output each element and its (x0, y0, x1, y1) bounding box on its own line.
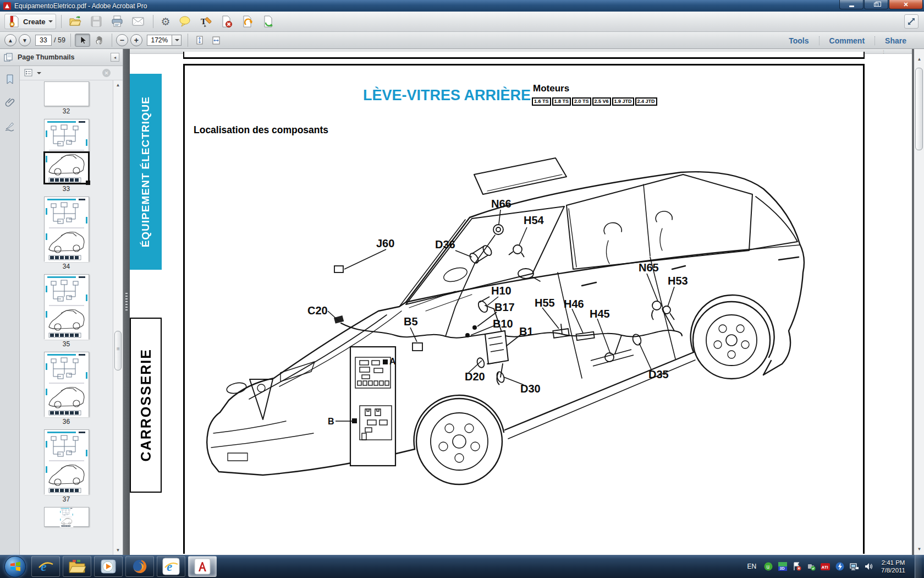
page-convert-icon (241, 15, 254, 28)
create-pdf-icon (8, 15, 21, 28)
save-icon (90, 15, 103, 28)
tools-link[interactable]: Tools (779, 36, 818, 45)
scrolling-page-icon (195, 35, 205, 45)
document-scrollbar[interactable]: ▲ ▼ (912, 49, 924, 555)
taskbar-firefox-button[interactable] (125, 556, 154, 577)
thumbnails-scrollbar[interactable]: ▲ ▼ (113, 80, 123, 555)
rail-attachments-button[interactable] (2, 94, 18, 111)
minimize-button[interactable] (839, 0, 864, 9)
scroll-down-icon[interactable]: ▼ (114, 547, 122, 554)
engine-badges: 1.6 TS 1.8 TS 2.0 TS 2.5 V6 1.9 JTD 2.4 … (532, 97, 657, 106)
taskbar-acrobat-button[interactable] (188, 556, 217, 577)
panel-links: Tools Comment Share (779, 32, 916, 49)
zoom-in-button[interactable]: + (130, 34, 142, 46)
preferences-button[interactable]: ⚙ (157, 14, 173, 29)
convert-page-button[interactable] (238, 14, 257, 29)
scroll-up-icon[interactable]: ▲ (916, 56, 923, 63)
thumbnail-page-33-selected[interactable] (44, 119, 89, 184)
create-button[interactable]: Create (4, 14, 56, 29)
inset-detail-box: A B (328, 347, 396, 466)
zoom-out-button[interactable]: − (116, 34, 128, 46)
page-export-icon (262, 15, 275, 28)
thumbnail-page-37[interactable] (44, 429, 89, 494)
scroll-up-icon[interactable]: ▲ (114, 81, 122, 89)
zoom-dropdown-button[interactable] (172, 35, 182, 46)
previous-page-edge (183, 52, 865, 59)
thumbnail-list: 32 33 34 (20, 80, 113, 555)
print-button[interactable] (107, 14, 127, 29)
divider-handle-icon[interactable]: ⋮ (882, 50, 886, 54)
select-tool-button[interactable] (75, 34, 90, 47)
sidebar-collapse-button[interactable]: ◂ (111, 53, 119, 62)
create-caret-icon (48, 20, 53, 23)
xear3d-tray-icon[interactable]: 3D (778, 562, 787, 571)
taskbar-ie-button[interactable]: e (31, 556, 60, 577)
label-j60: J60 (376, 237, 394, 249)
titlebar: EquipamentoEletrico.pdf - Adobe Acrobat … (0, 0, 924, 12)
rail-bookmarks-button[interactable] (2, 70, 18, 88)
label-h45: H45 (590, 308, 610, 320)
hand-tool-button[interactable] (91, 34, 107, 47)
save-button[interactable] (86, 14, 106, 29)
toolbar-expand-button[interactable] (904, 14, 919, 29)
thumbnail-page-34[interactable] (44, 197, 89, 261)
email-button[interactable] (128, 14, 148, 29)
ati-tray-icon[interactable]: ATI (821, 562, 830, 571)
rail-signatures-button[interactable] (2, 117, 18, 134)
thumbnail-page-38[interactable] (44, 507, 89, 527)
close-button[interactable]: ✕ (889, 0, 923, 9)
scrolling-mode-button[interactable] (192, 34, 207, 47)
document-scroll-thumb[interactable] (915, 68, 923, 150)
page-number-input[interactable] (35, 35, 52, 46)
label-d30: D30 (520, 383, 541, 395)
comment-link[interactable]: Comment (819, 36, 875, 45)
taskbar-media-player-button[interactable] (94, 556, 123, 577)
previous-page-button[interactable]: ▲ (4, 34, 16, 46)
svg-text:T: T (201, 17, 206, 26)
thumbnail-page-32[interactable] (44, 81, 89, 106)
label-h55: H55 (535, 297, 555, 309)
sidebar-title: Page Thumbnails (18, 53, 75, 61)
comment-button[interactable] (175, 14, 195, 29)
volume-tray-icon[interactable] (864, 562, 873, 571)
start-button[interactable] (4, 556, 26, 577)
action-center-tray-icon[interactable] (792, 562, 801, 571)
minimize-icon (849, 6, 854, 7)
network-tray-icon[interactable] (849, 562, 859, 571)
document-area[interactable]: ⋮ ÉQUIPEMENT ÉLECTRIQUE CARROSSERIE LÈVE… (130, 49, 912, 555)
power-tray-icon[interactable] (835, 562, 844, 571)
share-link[interactable]: Share (875, 36, 916, 45)
next-page-button[interactable]: ▼ (19, 34, 31, 46)
label-d36: D36 (435, 238, 455, 250)
label-n65: N65 (639, 261, 659, 274)
taskbar-explorer-button[interactable] (63, 556, 91, 577)
highlight-button[interactable]: T (196, 14, 216, 29)
viewbox-handle-icon[interactable] (86, 181, 90, 185)
side-tab-carrosserie: CARROSSERIE (130, 318, 162, 493)
taskbar-clock[interactable]: 2:41 PM 7/8/2011 (881, 559, 905, 574)
scroll-down-icon[interactable]: ▼ (916, 546, 923, 553)
splitter-grip-icon (125, 293, 128, 312)
language-indicator[interactable]: EN (745, 563, 758, 570)
taskbar-ie-desktop-button[interactable]: e (157, 556, 185, 577)
thumbnail-page-35[interactable] (44, 274, 89, 339)
expand-arrows-icon (907, 17, 916, 26)
thumbnail-page-36[interactable] (44, 352, 89, 417)
fit-width-button[interactable] (208, 34, 224, 47)
thumbnails-options-button[interactable] (24, 69, 41, 77)
open-button[interactable] (65, 14, 85, 29)
zoom-value[interactable]: 172% (147, 35, 172, 46)
show-desktop-button[interactable] (915, 555, 922, 578)
svg-text:u: u (766, 564, 769, 570)
down-arrow-icon: ▼ (22, 37, 28, 43)
thumbnail-viewbox[interactable] (43, 151, 90, 184)
thumbnails-scroll-thumb[interactable] (114, 331, 122, 370)
panel-splitter[interactable] (123, 49, 130, 555)
restore-button[interactable] (864, 0, 888, 9)
car-component-diagram: N66 H54 J60 D36 N65 H53 H10 B17 H55 H46 … (197, 141, 813, 527)
utorrent-tray-icon[interactable]: u (763, 562, 773, 571)
export-page-button[interactable] (258, 14, 278, 29)
usb-device-tray-icon[interactable] (806, 562, 816, 571)
delete-page-button[interactable] (217, 14, 237, 29)
thumbnails-close-icon[interactable]: ✕ (102, 69, 111, 77)
